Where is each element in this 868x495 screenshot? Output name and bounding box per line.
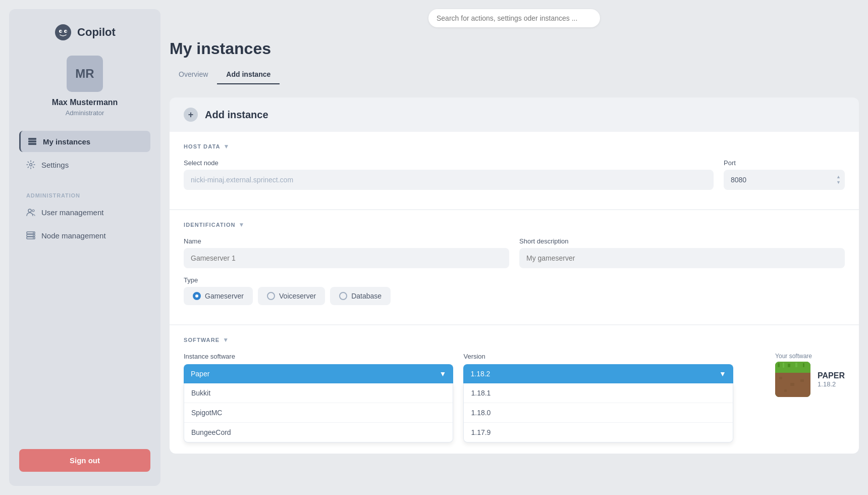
sidebar-item-label: Node management [41,231,106,240]
type-selector: Gameserver Voiceserver Database [184,287,845,305]
preview-software-version: 1.18.2 [818,380,845,388]
version-dropdown-selected[interactable]: 1.18.2 ▼ [463,364,733,383]
instance-software-label: Instance software [184,353,453,360]
version-option-1179[interactable]: 1.17.9 [464,423,732,442]
version-label: Version [463,353,733,360]
identification-section: IDENTIFICATION ▼ Name Short description … [170,210,859,324]
host-data-row: Select node Port ▲ ▼ [184,159,845,190]
desc-input[interactable] [519,248,845,268]
select-node-group: Select node [184,159,714,190]
port-input-wrapper: ▲ ▼ [724,170,845,190]
version-option-1181[interactable]: 1.18.1 [464,383,732,403]
host-data-header: HOST DATA ▼ [184,143,845,150]
chevron-down-icon: ▼ [223,336,229,343]
main-nav: My instances Settings [19,131,150,175]
software-selected-text: Paper [191,370,209,378]
svg-point-11 [28,209,31,212]
svg-rect-21 [778,363,780,367]
version-col: Version 1.18.2 ▼ 1.18.1 1.18.0 [463,353,733,442]
sidebar-item-my-instances[interactable]: My instances [19,131,150,152]
instances-icon [28,137,37,146]
gear-icon [26,160,35,169]
software-option-spigotmc[interactable]: SpigotMC [184,403,453,423]
svg-rect-8 [28,140,36,142]
name-group: Name [184,237,509,268]
tab-overview[interactable]: Overview [170,65,217,84]
svg-rect-28 [800,379,804,382]
svg-rect-24 [795,363,797,367]
software-preview-col: Your software Your software [743,353,845,397]
nodes-icon [26,231,35,240]
type-group: Type Gameserver Voiceserver Database [184,276,845,305]
add-instance-card: + Add instance HOST DATA ▼ Select node P… [170,97,859,454]
identification-header: IDENTIFICATION ▼ [184,221,845,228]
type-label: Type [184,276,845,284]
svg-rect-29 [784,389,787,392]
radio-voiceserver [267,292,275,300]
users-icon [26,208,35,217]
sidebar-item-label: My instances [43,137,90,146]
software-option-bukkit[interactable]: Bukkit [184,383,453,403]
page-title: My instances [170,39,859,58]
svg-point-3 [61,31,62,32]
type-label-database: Database [351,292,382,300]
your-software-label: Your software [775,353,845,360]
chevron-down-icon: ▼ [440,370,447,378]
port-input[interactable] [724,170,845,190]
software-option-bungeecord[interactable]: BungeeCord [184,423,453,442]
type-option-database[interactable]: Database [330,287,391,305]
search-input[interactable] [428,9,600,27]
identification-name-row: Name Short description [184,237,845,268]
port-decrement[interactable]: ▼ [836,180,841,185]
sidebar-item-node-management[interactable]: Node management [19,225,150,246]
radio-database [339,292,347,300]
name-input[interactable] [184,248,509,268]
signout-button[interactable]: Sign out [19,449,150,472]
port-increment[interactable]: ▲ [836,175,841,179]
sidebar-item-user-management[interactable]: User management [19,202,150,223]
software-header: SOFTWARE ▼ [184,336,845,343]
version-selected-text: 1.18.2 [470,370,490,378]
version-option-1180[interactable]: 1.18.0 [464,403,732,423]
type-option-gameserver[interactable]: Gameserver [184,287,253,305]
select-node-label: Select node [184,159,714,167]
svg-rect-26 [779,377,782,379]
name-label: Name [184,237,509,245]
desc-label: Short description [519,237,845,245]
user-name: Max Mustermann [19,98,150,107]
svg-rect-22 [783,363,784,368]
svg-rect-9 [28,143,36,145]
svg-rect-23 [788,364,790,367]
svg-point-16 [33,232,34,233]
sidebar-item-label: Settings [41,161,69,169]
software-dropdown-list: Bukkit SpigotMC BungeeCord [184,383,453,442]
chevron-down-icon: ▼ [239,221,245,228]
user-role: Administrator [19,109,150,117]
preview-software-name: PAPER [818,371,845,380]
copilot-icon [54,23,72,41]
plus-icon: + [184,108,198,122]
svg-point-4 [66,31,67,32]
type-label-voiceserver: Voiceserver [279,292,316,300]
desc-group: Short description [519,237,845,268]
app-logo: Copilot [19,23,150,41]
software-row: Instance software Paper ▼ Bukkit SpigotM… [184,353,845,442]
port-group: Port ▲ ▼ [724,159,845,190]
tab-add-instance[interactable]: Add instance [217,65,280,84]
svg-rect-25 [803,363,804,367]
svg-rect-7 [28,138,36,140]
admin-section-label: Administration [19,185,150,202]
sidebar-item-settings[interactable]: Settings [19,154,150,175]
main-content: My instances Overview Add instance + Add… [160,0,868,495]
software-section: SOFTWARE ▼ Instance software Paper ▼ Buk… [170,325,859,454]
select-node-input[interactable] [184,170,714,190]
svg-point-17 [33,235,34,236]
add-instance-header: + Add instance [170,97,859,132]
host-data-section: HOST DATA ▼ Select node Port ▲ ▼ [170,132,859,209]
app-name: Copilot [77,26,116,39]
version-dropdown: 1.18.2 ▼ 1.18.1 1.18.0 1.17.9 [463,364,733,442]
software-dropdown-selected[interactable]: Paper ▼ [184,364,453,383]
type-option-voiceserver[interactable]: Voiceserver [258,287,325,305]
port-spinners: ▲ ▼ [836,175,841,185]
svg-rect-27 [790,383,794,386]
